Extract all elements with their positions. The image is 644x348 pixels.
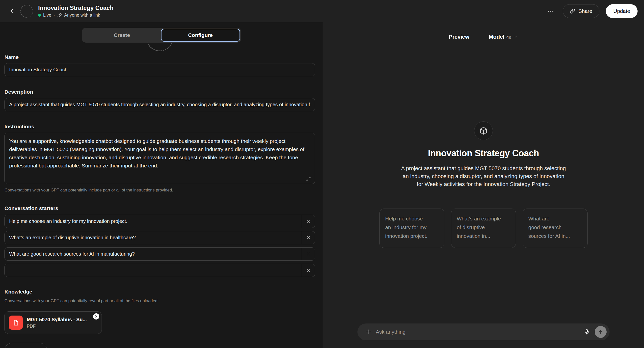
remove-file-icon [94, 315, 98, 318]
tab-configure[interactable]: Configure [161, 29, 240, 42]
tab-create[interactable]: Create [83, 29, 161, 42]
starter-card-text: Help me choose an industry for my innova… [385, 214, 439, 240]
pdf-file-badge [9, 316, 23, 330]
starter-card-2[interactable]: What’s an example of disruptive innovati… [451, 208, 516, 248]
starter-card-text: What are good research sources for AI in… [528, 214, 582, 240]
starter-row [4, 231, 315, 244]
update-button[interactable]: Update [606, 4, 638, 18]
ellipsis-icon [548, 8, 554, 14]
share-button-label: Share [578, 8, 592, 14]
conversation-starters-label: Conversation starters [4, 205, 315, 212]
link-icon [57, 13, 62, 18]
gpt-preview-title: Innovation Strategy Coach [428, 148, 539, 158]
close-icon [306, 219, 310, 224]
send-button[interactable] [595, 326, 606, 338]
gpt-preview-avatar [474, 121, 493, 140]
starter-input-4[interactable] [5, 264, 302, 277]
visibility-label[interactable]: Anyone with a link [64, 13, 100, 18]
starter-remove-button-3[interactable] [302, 248, 315, 260]
instructions-field-wrap: You are a supportive, knowledgeable chat… [4, 133, 315, 185]
starter-input-2[interactable] [5, 231, 302, 244]
microphone-button[interactable] [581, 326, 592, 337]
preview-label: Preview [449, 34, 470, 40]
mic-icon [584, 329, 590, 335]
expand-textarea-button[interactable] [306, 176, 311, 182]
chevron-down-icon [514, 35, 518, 39]
gpt-name-title: Innovation Strategy Coach [38, 4, 114, 12]
file-name: MGT 5070 Syllabus - Su... [27, 316, 87, 323]
model-selector[interactable]: Model 4o [489, 34, 518, 40]
editor-tabs: Create Configure [82, 28, 241, 42]
chat-input[interactable] [376, 329, 581, 335]
close-icon [306, 236, 310, 240]
editor-panel: Create Configure Name Description Instru… [0, 22, 323, 348]
close-icon [306, 268, 310, 272]
attach-button[interactable] [364, 327, 374, 337]
back-button[interactable] [6, 6, 17, 16]
send-arrow-icon [598, 329, 604, 335]
gpt-title-block: Innovation Strategy Coach Live · Anyone … [38, 4, 114, 18]
starter-card-1[interactable]: Help me choose an industry for my innova… [380, 208, 444, 248]
gpt-preview-hero: Innovation Strategy Coach A project assi… [323, 121, 644, 188]
file-meta: MGT 5070 Syllabus - Su... PDF [27, 316, 87, 329]
main-split: Create Configure Name Description Instru… [0, 22, 644, 348]
instructions-label: Instructions [4, 123, 315, 130]
preview-panel: Preview Model 4o Innovation Strategy Coa… [323, 22, 644, 348]
top-bar: Innovation Strategy Coach Live · Anyone … [0, 0, 644, 22]
more-options-button[interactable] [546, 6, 556, 16]
expand-icon [306, 176, 311, 182]
starter-input-3[interactable] [5, 248, 302, 260]
file-type: PDF [27, 324, 87, 329]
starter-row [4, 248, 315, 260]
starter-row [4, 264, 315, 277]
chat-composer [358, 324, 610, 340]
update-button-label: Update [613, 8, 630, 14]
starter-remove-button-4[interactable] [302, 264, 315, 277]
instructions-textarea[interactable]: You are a supportive, knowledgeable chat… [4, 133, 315, 184]
top-bar-actions: Share Update [546, 4, 638, 18]
knowledge-label: Knowledge [4, 288, 315, 295]
back-chevron-icon [9, 8, 15, 14]
starter-remove-button-1[interactable] [302, 215, 315, 228]
share-link-icon [570, 8, 576, 14]
instructions-note: Conversations with your GPT can potentia… [4, 188, 315, 193]
separator-dot: · [54, 13, 55, 18]
cube-icon [479, 126, 488, 136]
plus-icon [366, 329, 372, 335]
preview-header: Preview Model 4o [323, 22, 644, 40]
document-icon [12, 319, 19, 326]
starter-cards-row: Help me choose an industry for my innova… [323, 208, 644, 248]
model-label: Model [489, 34, 504, 40]
starter-card-text: What’s an example of disruptive innovati… [457, 214, 510, 240]
starter-remove-button-2[interactable] [302, 231, 315, 244]
live-status-label: Live [43, 13, 51, 18]
description-label: Description [4, 89, 315, 95]
name-input[interactable] [4, 63, 315, 76]
model-value: 4o [506, 35, 511, 40]
description-input[interactable] [4, 98, 315, 111]
configure-form: Name Description Instructions You are a … [0, 54, 323, 348]
starter-row [4, 215, 315, 228]
upload-files-button[interactable]: Upload files [4, 343, 47, 348]
share-button[interactable]: Share [563, 4, 600, 18]
close-icon [306, 252, 310, 256]
name-label: Name [4, 54, 315, 60]
starter-input-1[interactable] [5, 215, 302, 228]
remove-file-button[interactable] [93, 313, 99, 320]
starter-card-3[interactable]: What are good research sources for AI in… [523, 208, 588, 248]
live-status-dot [38, 14, 41, 16]
knowledge-note: Conversations with your GPT can potentia… [4, 298, 315, 304]
gpt-avatar-placeholder[interactable] [20, 5, 33, 18]
editor-tabs-row: Create Configure [0, 22, 323, 42]
gpt-preview-description: A project assistant that guides MGT 5070… [401, 164, 566, 188]
gpt-status-row: Live · Anyone with a link [38, 13, 114, 18]
knowledge-file-card[interactable]: MGT 5070 Syllabus - Su... PDF [4, 311, 102, 334]
